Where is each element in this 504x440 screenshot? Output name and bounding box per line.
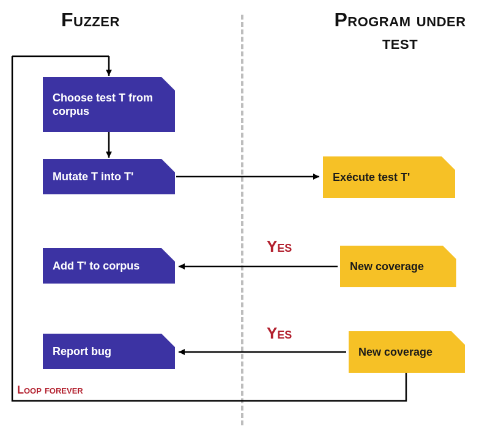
box-label: Exécute test T' (333, 170, 410, 185)
box-label: Mutate T into T' (53, 170, 133, 184)
arrows-layer (0, 0, 504, 440)
box-label: Add T' to corpus (53, 259, 139, 273)
box-label: New coverage (350, 260, 424, 274)
box-label: Choose test T from corpus (53, 91, 166, 119)
box-label: New coverage (358, 345, 432, 359)
box-label: Report bug (53, 345, 111, 359)
diagram-canvas: Fuzzer Program under test Choose test T … (0, 0, 504, 440)
